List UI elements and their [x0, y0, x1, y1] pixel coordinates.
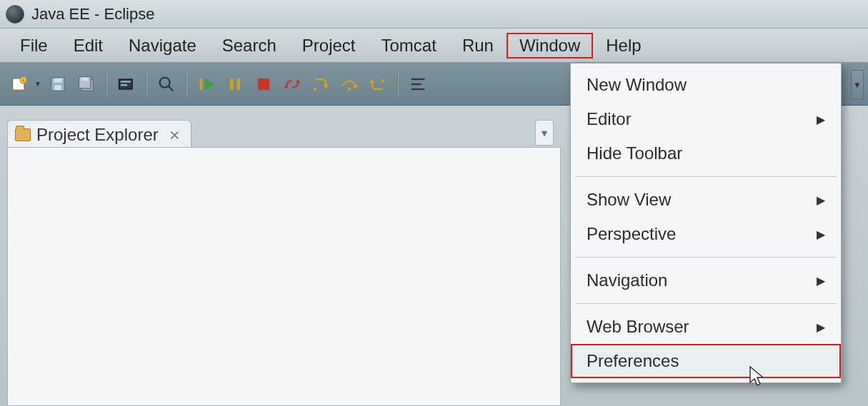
- menu-separator: [575, 257, 837, 258]
- menu-item-label: Hide Toolbar: [587, 143, 682, 163]
- svg-rect-17: [236, 78, 240, 89]
- menu-run[interactable]: Run: [449, 33, 507, 59]
- align-button[interactable]: [404, 71, 431, 98]
- toolbar-separator: [146, 71, 147, 97]
- menu-file[interactable]: File: [7, 33, 61, 59]
- open-type-button[interactable]: [113, 71, 140, 98]
- menu-item-new-window[interactable]: New Window: [571, 68, 841, 102]
- titlebar: Java EE - Eclipse: [0, 0, 868, 29]
- suspend-button[interactable]: [221, 71, 249, 98]
- step-into-button[interactable]: [307, 71, 334, 98]
- panel-view-menu-icon[interactable]: ▾: [535, 120, 554, 146]
- menu-navigate[interactable]: Navigate: [116, 33, 209, 59]
- submenu-arrow-icon: ▶: [817, 113, 825, 126]
- svg-rect-18: [258, 78, 269, 89]
- save-all-button[interactable]: [73, 71, 100, 98]
- svg-point-24: [348, 87, 351, 91]
- window-title: Java EE - Eclipse: [31, 5, 154, 24]
- menu-item-preferences[interactable]: Preferences: [571, 344, 841, 378]
- svg-rect-5: [54, 85, 61, 90]
- menu-item-label: Preferences: [587, 351, 679, 371]
- toolbar-overflow-icon[interactable]: ▼: [851, 70, 864, 100]
- submenu-arrow-icon: ▶: [817, 320, 825, 334]
- svg-text:+: +: [21, 76, 25, 83]
- toolbar-separator: [106, 71, 107, 97]
- menu-separator: [575, 303, 837, 304]
- close-icon[interactable]: ⨯: [169, 126, 181, 143]
- panel-tabs: Project Explorer ⨯: [7, 120, 191, 149]
- svg-marker-25: [369, 78, 374, 83]
- menu-item-label: New Window: [587, 75, 687, 95]
- menubar: File Edit Navigate Search Project Tomcat…: [0, 29, 868, 63]
- svg-marker-15: [205, 78, 214, 89]
- resume-button[interactable]: [193, 71, 220, 98]
- svg-marker-23: [354, 84, 359, 90]
- menu-item-web-browser[interactable]: Web Browser ▶: [571, 310, 841, 344]
- menu-item-label: Perspective: [587, 224, 676, 244]
- menu-item-label: Show View: [587, 190, 671, 210]
- svg-point-22: [314, 87, 317, 91]
- menu-item-label: Editor: [587, 109, 632, 129]
- menu-edit[interactable]: Edit: [61, 33, 116, 59]
- svg-rect-16: [230, 78, 234, 89]
- submenu-arrow-icon: ▶: [817, 274, 825, 288]
- window-menu-dropdown: New Window Editor ▶ Hide Toolbar Show Vi…: [570, 63, 842, 383]
- toolbar-separator: [186, 71, 187, 97]
- svg-point-20: [296, 80, 300, 83]
- project-explorer-panel: [7, 147, 561, 406]
- menu-help[interactable]: Help: [593, 33, 654, 59]
- menu-item-perspective[interactable]: Perspective ▶: [571, 217, 841, 251]
- svg-point-19: [285, 85, 289, 88]
- tab-label: Project Explorer: [36, 125, 159, 145]
- svg-rect-4: [54, 78, 62, 82]
- new-button[interactable]: +: [6, 71, 33, 98]
- disconnect-button[interactable]: [279, 71, 306, 98]
- menu-separator: [575, 176, 837, 177]
- search-button[interactable]: [153, 71, 180, 98]
- menu-item-navigation[interactable]: Navigation ▶: [571, 263, 841, 298]
- step-return-button[interactable]: [364, 71, 391, 98]
- menu-window[interactable]: Window: [507, 33, 593, 59]
- new-dropdown-icon[interactable]: ▼: [34, 80, 43, 88]
- menu-item-label: Navigation: [587, 270, 667, 290]
- svg-rect-11: [121, 84, 127, 86]
- menu-item-hide-toolbar[interactable]: Hide Toolbar: [571, 136, 841, 171]
- toolbar-separator: [397, 71, 399, 97]
- save-button[interactable]: [44, 71, 71, 98]
- terminate-button[interactable]: [250, 71, 277, 98]
- svg-marker-21: [324, 84, 329, 89]
- menu-search[interactable]: Search: [209, 33, 289, 59]
- svg-point-26: [381, 79, 385, 83]
- submenu-arrow-icon: ▶: [817, 228, 825, 241]
- folder-icon: [15, 128, 31, 141]
- svg-rect-14: [200, 78, 203, 89]
- menu-project[interactable]: Project: [289, 33, 369, 59]
- step-over-button[interactable]: [336, 71, 363, 98]
- menu-item-show-view[interactable]: Show View ▶: [571, 183, 841, 217]
- submenu-arrow-icon: ▶: [817, 193, 825, 207]
- svg-line-13: [168, 86, 173, 91]
- menu-item-label: Web Browser: [587, 317, 689, 337]
- tab-project-explorer[interactable]: Project Explorer ⨯: [7, 120, 191, 149]
- svg-rect-10: [121, 81, 131, 82]
- menu-item-editor[interactable]: Editor ▶: [571, 102, 841, 136]
- eclipse-icon: [6, 5, 24, 24]
- menu-tomcat[interactable]: Tomcat: [369, 33, 449, 59]
- svg-rect-8: [81, 77, 88, 81]
